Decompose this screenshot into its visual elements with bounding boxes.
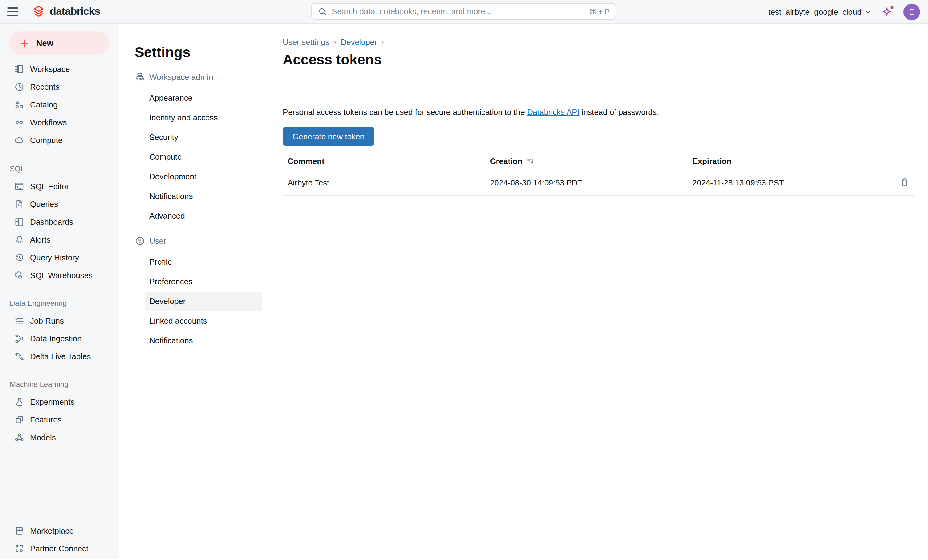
databricks-api-link[interactable]: Databricks API (527, 108, 580, 117)
sidebar-section-sql: SQL (0, 160, 119, 178)
token-creation: 2024-08-30 14:09:53 PDT (485, 178, 688, 187)
sidebar-item-queries[interactable]: Queries (0, 195, 119, 213)
settings-group-user: User (134, 234, 267, 247)
delta-live-tables-icon (14, 351, 24, 362)
assistant-button[interactable] (880, 4, 895, 19)
breadcrumb-separator: › (334, 37, 336, 46)
trash-icon (900, 178, 910, 187)
queries-icon (14, 199, 24, 209)
topbar: databricks Search data, notebooks, recen… (0, 0, 928, 24)
settings-item-compute[interactable]: Compute (145, 148, 263, 167)
settings-item-advanced[interactable]: Advanced (145, 206, 263, 226)
compute-icon (14, 135, 24, 146)
search-icon (318, 7, 327, 16)
databricks-logo-icon (32, 5, 46, 18)
sidebar-item-partner-connect[interactable]: Partner Connect (0, 540, 119, 557)
sidebar-item-workspace[interactable]: Workspace (0, 60, 119, 78)
search-placeholder: Search data, notebooks, recents, and mor… (332, 7, 584, 16)
table-header-row: Comment Creation Expiration (283, 153, 914, 169)
job-runs-icon (14, 316, 24, 326)
workspace-icon (14, 64, 24, 74)
settings-item-profile[interactable]: Profile (145, 253, 263, 272)
sidebar-item-features[interactable]: Features (0, 411, 119, 429)
sidebar-item-sql-editor[interactable]: SQL Editor (0, 178, 119, 195)
settings-item-identity-and-access[interactable]: Identity and access (145, 108, 263, 128)
alerts-icon (14, 234, 24, 245)
workspace-selector[interactable]: test_airbyte_google_cloud (768, 7, 872, 16)
features-icon (14, 414, 24, 425)
sidebar-item-sql-warehouses[interactable]: SQL Warehouses (0, 266, 119, 284)
topbar-right: test_airbyte_google_cloud (768, 3, 928, 20)
column-header-creation[interactable]: Creation (485, 156, 688, 166)
marketplace-icon (14, 526, 24, 536)
workspace-name: test_airbyte_google_cloud (768, 7, 862, 16)
breadcrumb-separator: › (382, 37, 384, 46)
sidebar-section-data-engineering: Data Engineering (0, 294, 119, 312)
search-shortcut: ⌘ + P (589, 7, 610, 16)
avatar-initial: E (909, 7, 914, 16)
settings-item-notifications[interactable]: Notifications (145, 187, 263, 206)
token-comment: Airbyte Test (283, 178, 485, 187)
sidebar-item-catalog[interactable]: Catalog (0, 96, 119, 114)
plus-icon (19, 38, 29, 48)
description: Personal access tokens can be used for s… (283, 107, 914, 118)
settings-item-development[interactable]: Development (145, 167, 263, 187)
sidebar-item-recents[interactable]: Recents (0, 78, 119, 96)
global-search-input[interactable]: Search data, notebooks, recents, and mor… (311, 3, 617, 20)
settings-item-preferences[interactable]: Preferences (145, 272, 263, 292)
sidebar-item-query-history[interactable]: Query History (0, 249, 119, 266)
settings-item-linked-accounts[interactable]: Linked accounts (145, 311, 263, 331)
title-divider (283, 79, 914, 79)
settings-item-appearance[interactable]: Appearance (145, 88, 263, 108)
recents-icon (14, 82, 24, 92)
catalog-icon (14, 99, 24, 110)
delete-token-button[interactable] (899, 176, 911, 189)
sidebar-item-marketplace[interactable]: Marketplace (0, 522, 119, 540)
token-row: Airbyte Test 2024-08-30 14:09:53 PDT 202… (283, 169, 914, 196)
sparkle-icon (880, 4, 895, 19)
column-header-expiration: Expiration (687, 156, 890, 166)
user-icon (134, 236, 145, 246)
sidebar-item-job-runs[interactable]: Job Runs (0, 312, 119, 330)
breadcrumb-user-settings[interactable]: User settings (283, 37, 330, 46)
sidebar-item-dashboards[interactable]: Dashboards (0, 213, 119, 231)
breadcrumb: User settings › Developer › (283, 37, 914, 47)
query-history-icon (14, 253, 24, 263)
sidebar-item-alerts[interactable]: Alerts (0, 231, 119, 249)
sql-editor-icon (14, 181, 24, 192)
column-header-comment: Comment (283, 156, 485, 166)
settings-item-security[interactable]: Security (145, 128, 263, 148)
breadcrumb-developer[interactable]: Developer (340, 37, 377, 46)
partner-connect-icon (14, 543, 24, 554)
sidebar: New Workspace Recents Catalog (0, 24, 119, 559)
new-button[interactable]: New (9, 31, 109, 55)
generate-new-token-button[interactable]: Generate new token (283, 127, 374, 146)
sidebar-item-models[interactable]: Models (0, 429, 119, 446)
settings-nav: Settings Workspace admin Appearance Iden… (119, 24, 267, 559)
sort-descending-icon (526, 156, 535, 166)
databricks-app: databricks Search data, notebooks, recen… (0, 0, 928, 560)
sidebar-item-data-ingestion[interactable]: Data Ingestion (0, 330, 119, 347)
experiments-icon (14, 397, 24, 407)
access-tokens-table: Comment Creation Expiration Airbyte Test… (283, 153, 914, 196)
settings-item-user-notifications[interactable]: Notifications (145, 331, 263, 351)
sidebar-section-machine-learning: Machine Learning (0, 375, 119, 393)
chevron-down-icon (865, 8, 872, 15)
sql-warehouses-icon (14, 270, 24, 281)
settings-item-developer[interactable]: Developer (145, 292, 263, 311)
sidebar-footer: Marketplace Partner Connect (0, 522, 119, 559)
settings-title: Settings (134, 44, 267, 61)
notification-dot (890, 6, 893, 9)
hamburger-menu-icon[interactable] (0, 0, 24, 23)
sidebar-item-workflows[interactable]: Workflows (0, 114, 119, 131)
product-wordmark: databricks (50, 6, 100, 18)
sidebar-item-compute[interactable]: Compute (0, 131, 119, 149)
data-ingestion-icon (14, 333, 24, 344)
sidebar-item-experiments[interactable]: Experiments (0, 393, 119, 411)
databricks-logo[interactable]: databricks (32, 5, 100, 18)
token-expiration: 2024-11-28 13:09:53 PST (687, 178, 890, 187)
org-chart-icon (134, 72, 145, 82)
models-icon (14, 432, 24, 443)
sidebar-item-delta-live-tables[interactable]: Delta Live Tables (0, 347, 119, 365)
user-avatar[interactable]: E (904, 3, 920, 20)
